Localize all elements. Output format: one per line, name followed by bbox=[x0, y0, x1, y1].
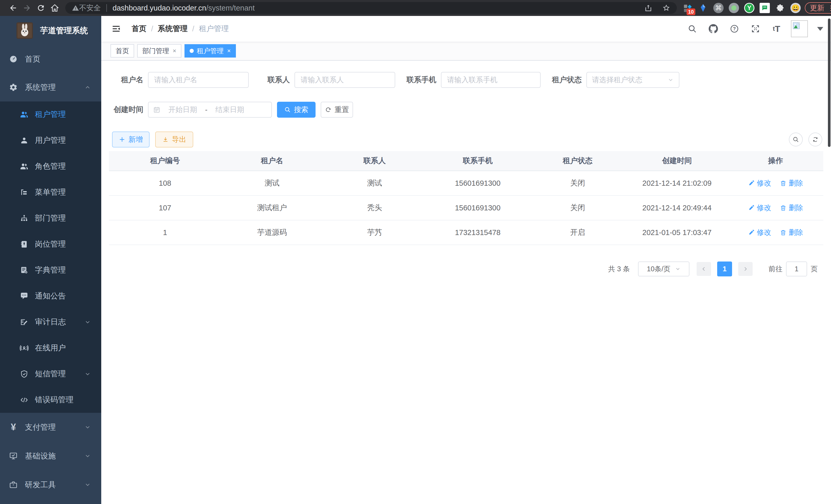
breadcrumb-system[interactable]: 系统管理 bbox=[158, 24, 188, 34]
sidebar-item-post[interactable]: 岗位管理 bbox=[0, 231, 101, 257]
status-select[interactable]: 请选择租户状态 bbox=[586, 72, 679, 88]
delete-link[interactable]: 删除 bbox=[780, 228, 803, 237]
tab-tenant[interactable]: 租户管理 × bbox=[184, 44, 236, 58]
help-icon[interactable]: ? bbox=[728, 22, 741, 35]
chevron-down-icon bbox=[84, 371, 91, 377]
col-contact: 联系人 bbox=[323, 151, 426, 171]
extension-tabs-icon[interactable]: 10 bbox=[682, 2, 693, 13]
reset-button[interactable]: 重置 bbox=[321, 102, 353, 118]
page-content: 租户名 联系人 联系手机 租户状态 请选择租户状态 创建时间 bbox=[101, 61, 831, 504]
app-logo-row[interactable]: 芋道管理系统 bbox=[0, 16, 101, 45]
cell-status: 关闭 bbox=[529, 171, 626, 196]
browser-back-icon[interactable] bbox=[6, 1, 20, 15]
header-search-icon[interactable] bbox=[686, 22, 699, 35]
delete-link[interactable]: 删除 bbox=[780, 203, 803, 213]
cell-mobile: 15601691300 bbox=[426, 196, 529, 220]
address-bar[interactable]: 不安全 dashboard.yudao.iocoder.cn/system/te… bbox=[65, 2, 677, 14]
cell-tenant-id: 1 bbox=[109, 220, 221, 245]
filter-row-2: 创建时间 - 搜索 重置 bbox=[109, 102, 823, 118]
extension-dot-icon[interactable] bbox=[728, 2, 740, 13]
next-page-button[interactable] bbox=[738, 262, 753, 276]
sidebar-item-sms[interactable]: 短信管理 bbox=[0, 361, 101, 387]
breadcrumb-home[interactable]: 首页 bbox=[132, 24, 146, 34]
sidebar-item-dev-tools[interactable]: 研发工具 bbox=[0, 470, 101, 499]
calendar-icon bbox=[153, 106, 160, 113]
browser-toolbar: 不安全 dashboard.yudao.iocoder.cn/system/te… bbox=[0, 0, 831, 16]
edit-link[interactable]: 修改 bbox=[748, 178, 771, 188]
sidebar-item-menu[interactable]: 菜单管理 bbox=[0, 179, 101, 205]
start-date-input[interactable] bbox=[163, 106, 203, 114]
export-button[interactable]: 导出 bbox=[155, 131, 193, 147]
extension-y-icon[interactable]: Y bbox=[744, 2, 755, 13]
edit-link[interactable]: 修改 bbox=[748, 228, 771, 237]
tabs-bar: 首页 部门管理 × 租户管理 × bbox=[101, 41, 831, 61]
font-size-icon[interactable]: tT bbox=[770, 22, 783, 35]
tab-home[interactable]: 首页 bbox=[111, 44, 134, 58]
contact-input[interactable] bbox=[294, 72, 395, 88]
page-scrollbar[interactable] bbox=[828, 19, 830, 147]
browser-forward-icon[interactable] bbox=[20, 1, 34, 15]
page-number-button[interactable]: 1 bbox=[717, 262, 732, 276]
avatar-dropdown-icon[interactable] bbox=[817, 27, 823, 31]
org-tree-icon bbox=[20, 214, 29, 223]
user-avatar[interactable] bbox=[791, 20, 808, 37]
cell-tenant-name: 芋道源码 bbox=[221, 220, 323, 245]
extension-command-icon[interactable]: ⌘ bbox=[713, 2, 724, 13]
extension-badge: 10 bbox=[687, 8, 695, 15]
tab-dept[interactable]: 部门管理 × bbox=[137, 44, 181, 58]
add-button[interactable]: 新增 bbox=[112, 131, 149, 147]
sidebar-collapse-icon[interactable] bbox=[111, 23, 122, 34]
create-time-label: 创建时间 bbox=[112, 105, 143, 115]
app-logo bbox=[17, 22, 33, 39]
delete-link[interactable]: 删除 bbox=[780, 178, 803, 188]
sidebar-item-system[interactable]: 系统管理 bbox=[0, 73, 101, 101]
briefcase-icon bbox=[9, 480, 18, 490]
security-label[interactable]: 不安全 bbox=[79, 3, 101, 13]
github-icon[interactable] bbox=[707, 22, 720, 35]
browser-update-button[interactable]: 更新 ⋮ bbox=[805, 2, 831, 13]
sidebar-item-pay[interactable]: ¥ 支付管理 bbox=[0, 413, 101, 442]
extension-gem-icon[interactable] bbox=[697, 2, 709, 13]
sidebar-item-notice[interactable]: 通知公告 bbox=[0, 283, 101, 309]
mobile-input[interactable] bbox=[441, 72, 541, 88]
not-secure-warning-icon[interactable] bbox=[72, 4, 79, 11]
goto-page-input[interactable] bbox=[786, 262, 807, 276]
prev-page-button[interactable] bbox=[697, 262, 711, 276]
page-url[interactable]: dashboard.yudao.iocoder.cn/system/tenant bbox=[113, 4, 255, 12]
close-tab-icon[interactable]: × bbox=[227, 47, 231, 55]
bookmark-star-icon[interactable] bbox=[662, 4, 670, 12]
end-date-input[interactable] bbox=[209, 106, 250, 114]
sidebar-item-tenant[interactable]: 租户管理 bbox=[0, 101, 101, 127]
sidebar-item-online-user[interactable]: 在线用户 bbox=[0, 335, 101, 361]
profile-avatar-icon[interactable]: 😀 bbox=[790, 2, 801, 13]
sidebar-item-user[interactable]: 用户管理 bbox=[0, 127, 101, 153]
sidebar-item-role[interactable]: 角色管理 bbox=[0, 153, 101, 179]
cell-contact: 芋艿 bbox=[323, 220, 426, 245]
sidebar-item-home[interactable]: 首页 bbox=[0, 45, 101, 73]
close-tab-icon[interactable]: × bbox=[173, 47, 176, 55]
sidebar-item-dict[interactable]: 字典管理 bbox=[0, 257, 101, 283]
sidebar-item-dept[interactable]: 部门管理 bbox=[0, 205, 101, 231]
sidebar-item-error-code[interactable]: 错误码管理 bbox=[0, 387, 101, 413]
share-icon[interactable] bbox=[644, 4, 652, 12]
refresh-table-button[interactable] bbox=[808, 132, 822, 146]
sidebar-item-audit-log[interactable]: 审计日志 bbox=[0, 309, 101, 335]
table-row: 1 芋道源码 芋艿 17321315478 开启 2021-01-05 17:0… bbox=[109, 220, 823, 245]
yen-icon: ¥ bbox=[9, 422, 18, 432]
sidebar-item-infra[interactable]: 基础设施 bbox=[0, 442, 101, 470]
toggle-search-button[interactable] bbox=[789, 132, 803, 146]
create-time-range-picker[interactable]: - bbox=[148, 102, 272, 118]
browser-home-icon[interactable] bbox=[48, 1, 62, 15]
page-size-select[interactable]: 10条/页 bbox=[638, 262, 689, 276]
tenant-name-input[interactable] bbox=[148, 72, 249, 88]
search-button[interactable]: 搜索 bbox=[277, 102, 316, 118]
svg-text:?: ? bbox=[733, 26, 736, 31]
browser-reload-icon[interactable] bbox=[34, 1, 48, 15]
edit-link[interactable]: 修改 bbox=[748, 203, 771, 213]
fullscreen-icon[interactable] bbox=[749, 22, 762, 35]
browser-menu-icon[interactable]: ⋮ bbox=[827, 4, 831, 12]
extensions-puzzle-icon[interactable] bbox=[774, 2, 786, 13]
extension-chat-icon[interactable] bbox=[759, 2, 770, 13]
screen: 不安全 dashboard.yudao.iocoder.cn/system/te… bbox=[0, 0, 831, 504]
chevron-down-icon bbox=[667, 77, 674, 83]
